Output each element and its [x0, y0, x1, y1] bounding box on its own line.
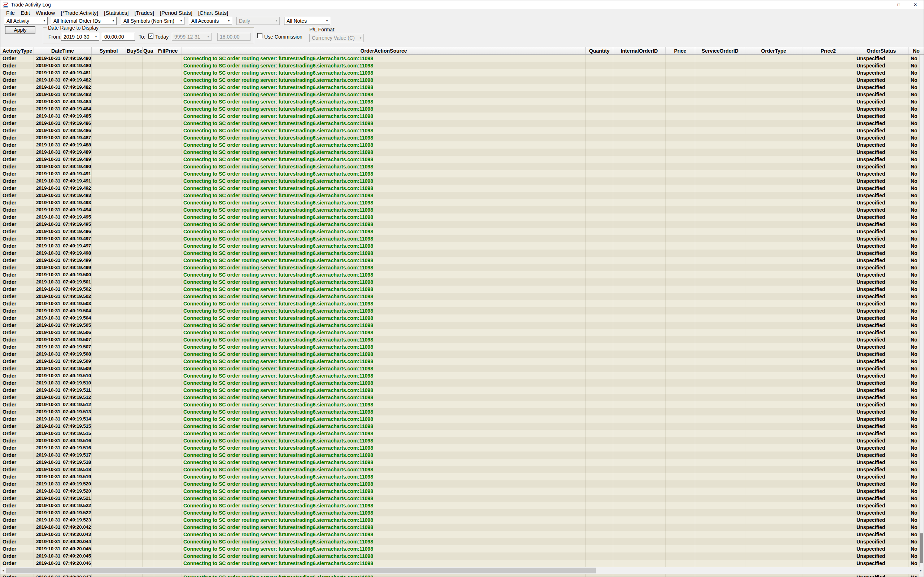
table-row[interactable]: Order2019-10-31 07:49:19.508Connecting t…	[0, 351, 924, 358]
table-row[interactable]: Order2019-10-31 07:49:19.516Connecting t…	[0, 437, 924, 444]
table-row[interactable]: Order2019-10-31 07:49:19.513Connecting t…	[0, 408, 924, 416]
table-row[interactable]: Order2019-10-31 07:49:19.486Connecting t…	[0, 120, 924, 127]
table-row[interactable]: Order2019-10-31 07:49:19.503Connecting t…	[0, 300, 924, 307]
table-row[interactable]: Order2019-10-31 07:49:19.520Connecting t…	[0, 488, 924, 495]
table-row[interactable]: Order2019-10-31 07:49:19.518Connecting t…	[0, 459, 924, 466]
vertical-scrollbar[interactable]	[919, 55, 924, 567]
table-row[interactable]: Order2019-10-31 07:49:19.510Connecting t…	[0, 379, 924, 387]
table-row[interactable]: Order2019-10-31 07:49:19.522Connecting t…	[0, 502, 924, 509]
table-row[interactable]: Order2019-10-31 07:49:19.504Connecting t…	[0, 307, 924, 314]
menu-item-trades[interactable]: [Trades]	[131, 10, 157, 16]
column-header-fillprice[interactable]: FillPrice	[154, 47, 182, 55]
vertical-scrollbar-thumb[interactable]	[920, 533, 923, 563]
table-row[interactable]: Order2019-10-31 07:49:19.520Connecting t…	[0, 480, 924, 488]
column-header-note[interactable]: No	[908, 47, 924, 55]
from-time-input[interactable]: 00:00:00	[102, 33, 135, 41]
table-row[interactable]: Order2019-10-31 07:49:19.514Connecting t…	[0, 416, 924, 423]
table-row[interactable]: Order2019-10-31 07:49:19.498Connecting t…	[0, 250, 924, 257]
table-row[interactable]: Order2019-10-31 07:49:19.491Connecting t…	[0, 170, 924, 177]
table-row[interactable]: Order2019-10-31 07:49:20.045Connecting t…	[0, 545, 924, 553]
table-row[interactable]: Order2019-10-31 07:49:19.489Connecting t…	[0, 156, 924, 163]
use-commission-checkbox[interactable]	[257, 33, 262, 38]
column-header-internalorderid[interactable]: InternalOrderID	[613, 47, 666, 55]
table-row[interactable]: Order2019-10-31 07:49:19.509Connecting t…	[0, 365, 924, 372]
notes-filter-dropdown[interactable]: All Notes ▼	[284, 17, 330, 25]
column-header-qty[interactable]: Qua	[142, 47, 154, 55]
column-header-quantity[interactable]: Quantity	[586, 47, 613, 55]
table-row[interactable]: Order2019-10-31 07:49:19.489Connecting t…	[0, 148, 924, 156]
table-row[interactable]: Order2019-10-31 07:49:19.493Connecting t…	[0, 199, 924, 206]
table-row[interactable]: Order2019-10-31 07:49:19.493Connecting t…	[0, 192, 924, 199]
table-row[interactable]: Order2019-10-31 07:49:19.507Connecting t…	[0, 336, 924, 343]
table-row[interactable]: Order2019-10-31 07:49:19.497Connecting t…	[0, 235, 924, 242]
table-row[interactable]: Order2019-10-31 07:49:19.482Connecting t…	[0, 76, 924, 84]
menu-item-window[interactable]: Window	[33, 10, 58, 16]
table-row[interactable]: Order2019-10-31 07:49:19.502Connecting t…	[0, 293, 924, 300]
table-row[interactable]: Order2019-10-31 07:49:19.519Connecting t…	[0, 473, 924, 480]
table-row[interactable]: Order2019-10-31 07:49:19.522Connecting t…	[0, 509, 924, 516]
table-row[interactable]: Order2019-10-31 07:49:19.485Connecting t…	[0, 113, 924, 120]
accounts-filter-dropdown[interactable]: All Accounts ▼	[189, 17, 232, 25]
menu-item-periodstats[interactable]: [Period Stats]	[157, 10, 195, 16]
table-row[interactable]: Order2019-10-31 07:49:19.486Connecting t…	[0, 127, 924, 134]
table-row[interactable]: Order2019-10-31 07:49:20.043Connecting t…	[0, 531, 924, 538]
table-row[interactable]: Order2019-10-31 07:49:19.501Connecting t…	[0, 279, 924, 285]
column-header-activitytype[interactable]: ActivityType	[0, 47, 34, 55]
table-row[interactable]: Order2019-10-31 07:49:20.044Connecting t…	[0, 538, 924, 545]
column-header-orderstatus[interactable]: OrderStatus	[855, 47, 908, 55]
table-row[interactable]: Order2019-10-31 07:49:19.505Connecting t…	[0, 322, 924, 329]
menu-item-edit[interactable]: Edit	[18, 10, 33, 16]
menu-item-chartstats[interactable]: [Chart Stats]	[195, 10, 231, 16]
table-row[interactable]: Order2019-10-31 07:49:19.510Connecting t…	[0, 372, 924, 379]
internal-order-ids-dropdown[interactable]: All Internal Order IDs ▼	[51, 17, 116, 25]
column-header-serviceorderid[interactable]: ServiceOrderID	[695, 47, 745, 55]
maximize-button[interactable]: □	[890, 0, 907, 9]
table-row[interactable]: Order2019-10-31 07:49:19.500Connecting t…	[0, 271, 924, 279]
table-row[interactable]: Order2019-10-31 07:49:19.488Connecting t…	[0, 141, 924, 148]
table-row[interactable]: Order2019-10-31 07:49:20.045Connecting t…	[0, 553, 924, 560]
table-row[interactable]: Order2019-10-31 07:49:19.507Connecting t…	[0, 343, 924, 351]
table-row[interactable]: Order2019-10-31 07:49:19.482Connecting t…	[0, 84, 924, 91]
table-row[interactable]: Order2019-10-31 07:49:19.499Connecting t…	[0, 257, 924, 264]
column-header-price[interactable]: Price	[666, 47, 695, 55]
apply-button[interactable]: Apply	[5, 26, 36, 34]
menu-item-tradeactivity[interactable]: [*Trade Activity]	[58, 10, 101, 16]
today-checkbox[interactable]: ✓	[149, 34, 153, 39]
table-row[interactable]: Order2019-10-31 07:49:19.491Connecting t…	[0, 177, 924, 185]
activity-filter-dropdown[interactable]: All Activity ▼	[4, 17, 48, 25]
table-row[interactable]: Order2019-10-31 07:49:19.504Connecting t…	[0, 314, 924, 322]
table-row[interactable]: Order2019-10-31 07:49:19.495Connecting t…	[0, 221, 924, 228]
table-row[interactable]: Order2019-10-31 07:49:19.509Connecting t…	[0, 358, 924, 365]
table-row[interactable]: Order2019-10-31 07:49:19.515Connecting t…	[0, 423, 924, 430]
table-row[interactable]: Order2019-10-31 07:49:19.516Connecting t…	[0, 444, 924, 451]
table-row[interactable]: Order2019-10-31 07:49:19.484Connecting t…	[0, 105, 924, 113]
column-header-orderactionsource[interactable]: OrderActionSource	[182, 47, 586, 55]
table-row[interactable]: Order2019-10-31 07:49:19.512Connecting t…	[0, 401, 924, 408]
table-row[interactable]: Order2019-10-31 07:49:19.492Connecting t…	[0, 185, 924, 192]
table-row[interactable]: Order2019-10-31 07:49:19.480Connecting t…	[0, 55, 924, 62]
column-header-price2[interactable]: Price2	[802, 47, 855, 55]
table-row[interactable]: Order2019-10-31 07:49:19.495Connecting t…	[0, 213, 924, 221]
from-date-dropdown[interactable]: 2019-10-30 ▼	[61, 33, 99, 41]
table-row[interactable]: Order2019-10-31 07:49:19.518Connecting t…	[0, 466, 924, 473]
table-row[interactable]: Order2019-10-31 07:49:19.480Connecting t…	[0, 62, 924, 69]
scroll-left-arrow-icon[interactable]: ◄	[0, 567, 6, 574]
column-header-ordertype[interactable]: OrderType	[745, 47, 802, 55]
table-row[interactable]: Order2019-10-31 07:49:19.496Connecting t…	[0, 228, 924, 235]
column-header-symbol[interactable]: Symbol	[92, 47, 126, 55]
close-button[interactable]: ✕	[907, 0, 924, 9]
table-row[interactable]: Order2019-10-31 07:49:19.515Connecting t…	[0, 430, 924, 437]
table-row[interactable]: Order2019-10-31 07:49:19.521Connecting t…	[0, 495, 924, 502]
column-header-buysell[interactable]: BuySell	[126, 47, 142, 55]
minimize-button[interactable]: —	[874, 0, 890, 9]
scroll-right-arrow-icon[interactable]: ►	[918, 567, 924, 574]
table-row[interactable]: Order2019-10-31 07:49:19.517Connecting t…	[0, 451, 924, 459]
table-row[interactable]: Order2019-10-31 07:49:19.484Connecting t…	[0, 98, 924, 105]
symbols-filter-dropdown[interactable]: All Symbols (Non-Sim) ▼	[121, 17, 184, 25]
table-row[interactable]: Order2019-10-31 07:49:20.042Connecting t…	[0, 524, 924, 531]
table-row[interactable]: Order2019-10-31 07:49:19.512Connecting t…	[0, 394, 924, 401]
horizontal-scrollbar-thumb[interactable]	[6, 567, 596, 574]
table-row[interactable]: Order2019-10-31 07:49:19.523Connecting t…	[0, 516, 924, 524]
table-row[interactable]: Order2019-10-31 07:49:20.047Connecting t…	[0, 574, 919, 577]
horizontal-scrollbar[interactable]: ◄ ►	[0, 567, 924, 574]
